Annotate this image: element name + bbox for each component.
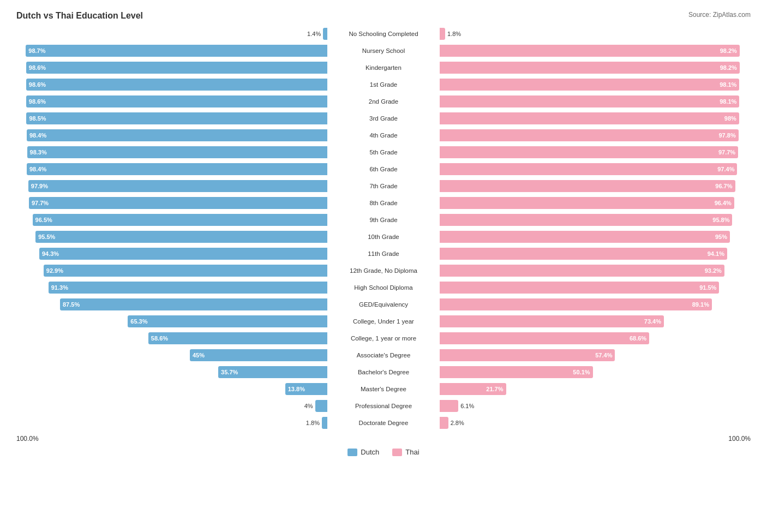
thai-value: 6.1%: [460, 403, 474, 409]
thai-value-inside: 94.1%: [708, 250, 724, 257]
right-bar-section: 57.4%: [440, 349, 751, 361]
chart-row: 92.9%12th Grade, No Diploma93.2%: [16, 263, 751, 278]
right-bar-section: 91.5%: [440, 282, 751, 294]
education-label: High School Diploma: [327, 284, 440, 291]
education-label: 9th Grade: [327, 217, 440, 223]
thai-bar: [440, 28, 445, 40]
dutch-value-inside: 95.5%: [38, 234, 55, 240]
thai-value-inside: 97.4%: [717, 166, 734, 172]
thai-bar: 68.6%: [440, 332, 649, 344]
left-bar-section: 65.3%: [16, 315, 327, 327]
thai-legend-label: Thai: [405, 448, 419, 456]
chart-row: 4%Professional Degree6.1%: [16, 398, 751, 414]
left-bar-section: 1.4%: [16, 28, 327, 40]
dutch-value-inside: 97.7%: [32, 200, 49, 206]
chart-row: 98.6%1st Grade98.1%: [16, 77, 751, 92]
education-label: Associate's Degree: [327, 352, 440, 358]
thai-bar: 73.4%: [440, 315, 664, 327]
right-bar-section: 97.8%: [440, 129, 751, 141]
dutch-value: 1.4%: [307, 31, 321, 37]
education-label: College, 1 year or more: [327, 335, 440, 342]
thai-value-inside: 98.2%: [720, 64, 737, 71]
dutch-bar: 97.7%: [29, 197, 327, 209]
chart-row: 96.5%9th Grade95.8%: [16, 212, 751, 228]
right-bar-section: 96.7%: [440, 180, 751, 192]
left-bar-section: 98.4%: [16, 129, 327, 141]
education-label: 4th Grade: [327, 132, 440, 139]
thai-bar: [440, 417, 448, 429]
thai-bar: 96.7%: [440, 180, 735, 192]
right-bar-section: 98.1%: [440, 79, 751, 91]
thai-value-inside: 73.4%: [644, 318, 661, 325]
thai-value-inside: 95%: [715, 234, 727, 240]
left-bar-section: 4%: [16, 400, 327, 412]
thai-value-inside: 50.1%: [573, 369, 590, 375]
thai-color-box: [392, 449, 402, 456]
chart-row: 45%Associate's Degree57.4%: [16, 348, 751, 363]
dutch-bar: 45%: [190, 349, 327, 361]
thai-bar: 98.1%: [440, 95, 739, 107]
dutch-bar: 65.3%: [128, 315, 327, 327]
dutch-value: 1.8%: [306, 420, 320, 426]
thai-bar: 95.8%: [440, 214, 732, 226]
education-label: College, Under 1 year: [327, 318, 440, 325]
left-bar-section: 98.6%: [16, 95, 327, 107]
left-bar-section: 98.3%: [16, 146, 327, 158]
thai-value-inside: 98.1%: [720, 81, 736, 88]
dutch-value-inside: 58.6%: [151, 335, 168, 342]
chart-row: 35.7%Bachelor's Degree50.1%: [16, 364, 751, 380]
chart-row: 58.6%College, 1 year or more68.6%: [16, 331, 751, 346]
left-bar-section: 98.6%: [16, 62, 327, 74]
left-bar-section: 1.8%: [16, 417, 327, 429]
thai-value-inside: 91.5%: [699, 284, 716, 291]
dutch-bar: 94.3%: [39, 248, 327, 260]
thai-value-inside: 96.4%: [715, 200, 732, 206]
chart-row: 65.3%College, Under 1 year73.4%: [16, 314, 751, 329]
source-label: Source: ZipAtlas.com: [688, 11, 751, 19]
right-bar-section: 98.1%: [440, 95, 751, 107]
left-bar-section: 87.5%: [16, 298, 327, 310]
chart-row: 1.8%Doctorate Degree2.8%: [16, 415, 751, 431]
thai-bar: 95%: [440, 231, 730, 243]
legend-thai: Thai: [392, 448, 419, 456]
right-bar-section: 95.8%: [440, 214, 751, 226]
education-label: Bachelor's Degree: [327, 369, 440, 375]
dutch-legend-label: Dutch: [361, 448, 379, 456]
thai-value: 1.8%: [447, 31, 461, 37]
thai-bar: 21.7%: [440, 383, 506, 395]
dutch-bar: 98.6%: [26, 62, 327, 74]
education-label: GED/Equivalency: [327, 301, 440, 308]
thai-bar: 98.2%: [440, 45, 740, 57]
dutch-bar: 95.5%: [35, 231, 327, 243]
thai-value-inside: 98.1%: [720, 98, 736, 105]
left-bar-section: 98.7%: [16, 45, 327, 57]
chart-row: 87.5%GED/Equivalency89.1%: [16, 297, 751, 312]
education-label: 5th Grade: [327, 149, 440, 156]
thai-bar: 91.5%: [440, 282, 719, 294]
dutch-bar: [323, 28, 327, 40]
thai-bar: 94.1%: [440, 248, 727, 260]
dutch-bar: 98.3%: [27, 146, 327, 158]
thai-value-inside: 95.8%: [712, 217, 729, 223]
thai-bar: [440, 400, 458, 412]
left-bar-section: 95.5%: [16, 231, 327, 243]
education-label: 2nd Grade: [327, 98, 440, 105]
chart-title: Dutch vs Thai Education Level: [16, 11, 751, 21]
right-bar-section: 98.2%: [440, 45, 751, 57]
dutch-bar: 98.4%: [27, 129, 327, 141]
thai-bar: 98%: [440, 112, 739, 124]
left-bar-section: 98.4%: [16, 163, 327, 175]
thai-value-inside: 97.7%: [718, 149, 735, 156]
thai-bar: 57.4%: [440, 349, 615, 361]
thai-bar: 97.4%: [440, 163, 737, 175]
right-bar-section: 98.2%: [440, 62, 751, 74]
right-bar-section: 89.1%: [440, 298, 751, 310]
right-bar-section: 94.1%: [440, 248, 751, 260]
right-bar-section: 6.1%: [440, 400, 751, 412]
thai-value-inside: 97.8%: [718, 132, 735, 139]
dutch-color-box: [347, 449, 357, 456]
dutch-bar: 96.5%: [33, 214, 327, 226]
thai-value-inside: 98.2%: [720, 47, 737, 54]
dutch-value-inside: 98.4%: [29, 132, 46, 139]
education-label: 6th Grade: [327, 166, 440, 172]
